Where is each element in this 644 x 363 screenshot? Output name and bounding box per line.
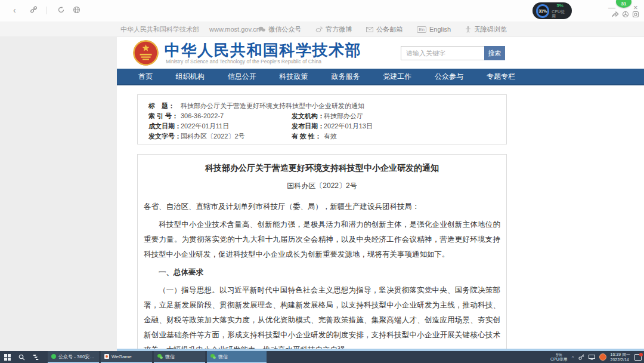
meta-validity-value: 有效 [324, 132, 337, 140]
meta-publish-value: 2022年01月13日 [324, 122, 373, 130]
taskbar-search-icon[interactable] [14, 351, 29, 363]
nav-home[interactable]: 首页 [138, 72, 153, 82]
site-identity: 中华人民共和国科学技术部 www.most.gov.cn [120, 21, 260, 37]
wechat-app-icon [210, 354, 216, 359]
en-icon: En [417, 26, 426, 33]
nav-information[interactable]: 信息公开 [228, 72, 256, 82]
mail-icon [366, 27, 373, 32]
ministry-subtitle: Ministry of Science and Technology of th… [166, 59, 321, 64]
link-label: 公务邮箱 [376, 25, 402, 34]
meta-number-value: 国科办区〔2022〕2号 [181, 132, 245, 140]
document-meta-table: 标 题： 科技部办公厅关于营造更好环境支持科技型中小企业研发的通知 索 引 号：… [137, 94, 507, 144]
link-wechat-account[interactable]: 微信公众号 [258, 25, 301, 34]
taskbar-button-browser[interactable]: 公众号 - 360安全浏... [48, 351, 99, 363]
browser-toolbar: ‹ 31% 5% CPU使用 — 31 × [0, 0, 644, 21]
webpage: 中华人民共和国科学技术部 Ministry of Science and Tec… [117, 37, 644, 351]
nav-party[interactable]: 党建工作 [383, 72, 411, 82]
clock[interactable]: 16:39 周一 2022/2/14 [611, 352, 630, 362]
wheel-icon[interactable] [622, 11, 629, 18]
document-title: 科技部办公厅关于营造更好环境支持科技型中小企业研发的通知 [144, 163, 500, 174]
search-button[interactable]: 搜索 [484, 46, 505, 60]
meta-row-number: 发文字号： 国科办区〔2022〕2号 有 效 性： 有效 [138, 132, 507, 140]
tray-expand-icon[interactable]: ^ [572, 355, 574, 360]
tray-cpu-label: CPU使用 [550, 357, 568, 361]
globe-icon[interactable] [73, 6, 80, 16]
memory-gauge: 31% [536, 4, 549, 18]
cpu-percent: 5% [556, 4, 564, 8]
document-section-heading: 一、总体要求 [144, 265, 500, 280]
tray-app-icon[interactable] [599, 353, 606, 361]
meta-row-index: 索 引 号： 306-36-2022-7 发文机构： 科技部办公厅 [138, 112, 507, 120]
nav-policy[interactable]: 科技政策 [280, 72, 308, 82]
start-button[interactable] [0, 351, 14, 363]
wechat-app-icon [157, 354, 163, 359]
site-url: www.most.gov.cn [209, 26, 260, 33]
screen: ‹ 31% 5% CPU使用 — 31 × [0, 0, 644, 363]
meta-index-value: 306-36-2022-7 [181, 112, 224, 120]
meta-row-dates: 成文日期： 2022年01月11日 发布日期： 2022年01月13日 [138, 122, 507, 130]
taskbar-button-wegame[interactable]: WeGame [101, 351, 152, 363]
link-label: 无障碍浏览 [474, 25, 507, 34]
document-number: 国科办区〔2022〕2号 [144, 181, 500, 191]
nav-organization[interactable]: 组织机构 [176, 72, 205, 82]
share-icon[interactable] [612, 11, 619, 18]
ministry-title: 中华人民共和国科学技术部 [165, 40, 361, 61]
meta-written-label: 成文日期： [148, 122, 181, 130]
cpu-label: CPU使用 [552, 10, 568, 18]
taskbar-button-label: 公众号 - 360安全浏... [58, 353, 95, 360]
nav-services[interactable]: 政务服务 [331, 72, 360, 82]
wechat-icon [258, 26, 265, 32]
meta-publish-label: 发布日期： [292, 122, 324, 130]
nav-topics[interactable]: 专题专栏 [487, 72, 515, 82]
accessibility-icon [465, 26, 471, 33]
taskbar-button-label: 微信 [165, 353, 175, 360]
link-accessibility[interactable]: 无障碍浏览 [465, 25, 507, 34]
taskbar-button-wechat[interactable]: 微信 [154, 351, 205, 363]
nav-participation[interactable]: 公众参与 [435, 72, 463, 82]
link-label: 微信公众号 [268, 25, 301, 34]
back-icon[interactable]: ‹ [13, 5, 16, 15]
link-mailbox[interactable]: En 公务邮箱 [366, 25, 402, 34]
weibo-icon [315, 26, 323, 32]
meta-validity-label: 有 效 性： [292, 132, 321, 140]
topbar-links: 微信公众号 官方微博 En 公务邮箱 En English [258, 21, 507, 37]
page-left-margin [0, 37, 117, 351]
site-search: 搜索 [401, 46, 505, 60]
browser-tab-icon [51, 354, 56, 359]
performance-overlay[interactable]: 31% 5% CPU使用 [532, 2, 572, 19]
national-emblem-icon [132, 39, 159, 66]
windows-taskbar: 公众号 - 360安全浏... WeGame 微信 微信 5% CPU使用 ^ [0, 351, 644, 363]
tray-key-icon[interactable] [578, 352, 584, 362]
site-name: 中华人民共和国科学技术部 [120, 26, 199, 33]
link-english[interactable]: En English [417, 26, 451, 33]
link-label: English [429, 26, 451, 33]
site-topbar: 中华人民共和国科学技术部 www.most.gov.cn 微信公众号 官方微博 [0, 21, 644, 37]
wegame-icon [104, 354, 109, 359]
meta-written-value: 2022年01月11日 [181, 122, 229, 130]
main-nav: 首页 组织机构 信息公开 科技政策 政务服务 党建工作 公众参与 专题专栏 [117, 69, 644, 85]
notification-center-icon[interactable] [634, 354, 642, 361]
meta-number-label: 发文字号： [148, 132, 181, 140]
link-icon[interactable] [30, 6, 38, 16]
taskbar-button-wechat-active[interactable]: 微信 [207, 351, 267, 363]
meta-issuer-value: 科技部办公厅 [324, 112, 363, 120]
health-score-ball[interactable]: 31 [616, 0, 631, 8]
clock-date: 2022/2/14 [611, 357, 629, 362]
taskbar-button-label: WeGame [112, 354, 132, 359]
tray-display-icon[interactable] [589, 352, 595, 362]
sandbox-icon[interactable] [632, 11, 639, 18]
taskbar-button-label: 微信 [218, 353, 228, 360]
link-label: 官方微博 [326, 25, 352, 34]
refresh-icon[interactable] [57, 6, 65, 16]
pinned-app-icon[interactable] [29, 351, 43, 363]
link-weibo[interactable]: 官方微博 [315, 25, 352, 34]
document-body: 科技部办公厅关于营造更好环境支持科技型中小企业研发的通知 国科办区〔2022〕2… [137, 154, 507, 363]
clock-time: 16:39 周一 [611, 352, 630, 357]
meta-title-value: 科技部办公厅关于营造更好环境支持科技型中小企业研发的通知 [181, 101, 364, 110]
search-input[interactable] [401, 46, 484, 60]
tray-cpu-meter[interactable]: 5% CPU使用 [550, 353, 568, 361]
site-masthead: 中华人民共和国科学技术部 Ministry of Science and Tec… [117, 37, 644, 69]
document-salutation: 各省、自治区、直辖市及计划单列市科技厅（委、局），新疆生产建设兵团科技局： [144, 199, 500, 214]
meta-title-label: 标 题： [148, 101, 175, 110]
system-tray: 5% CPU使用 ^ 16:39 周一 2022/2/14 [550, 351, 644, 363]
